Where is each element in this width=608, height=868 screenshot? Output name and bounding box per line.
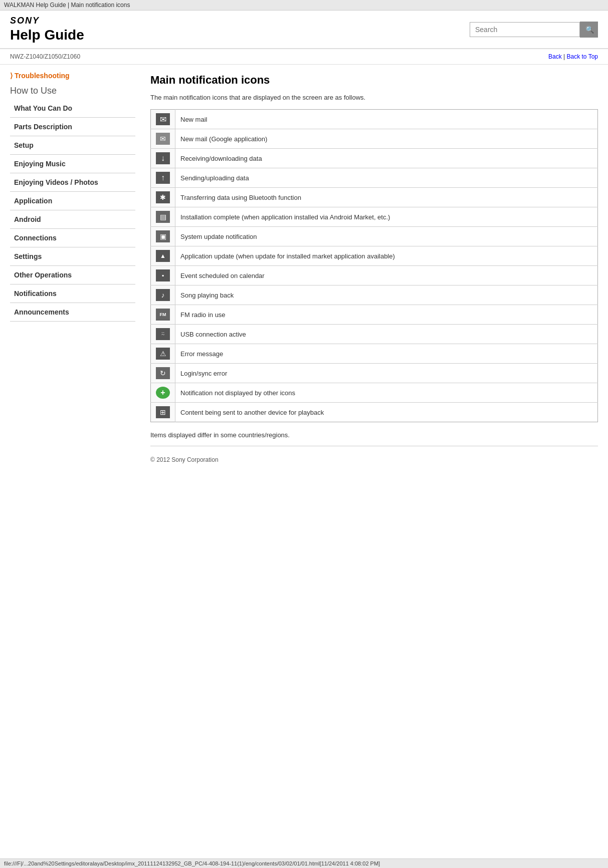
sidebar-link-parts-description[interactable]: Parts Description bbox=[10, 118, 135, 136]
table-row: Installation complete (when application … bbox=[151, 207, 598, 227]
sidebar-item-announcements[interactable]: Announcements bbox=[10, 303, 135, 322]
content-area: Main notification icons The main notific… bbox=[140, 70, 598, 463]
search-button[interactable]: 🔍 bbox=[580, 22, 598, 38]
icon-cell bbox=[151, 149, 175, 168]
icon-calendar-icon bbox=[156, 269, 170, 281]
icon-app-update-icon bbox=[156, 250, 170, 262]
nav-links: Back | Back to Top bbox=[548, 53, 598, 60]
sidebar-link-announcements[interactable]: Announcements bbox=[10, 303, 135, 321]
icon-cell bbox=[151, 110, 175, 129]
sidebar-item-application[interactable]: Application bbox=[10, 192, 135, 210]
sidebar-item-parts-description[interactable]: Parts Description bbox=[10, 118, 135, 136]
icon-description: Installation complete (when application … bbox=[175, 207, 598, 227]
sidebar-link-setup[interactable]: Setup bbox=[10, 136, 135, 154]
sidebar-item-android[interactable]: Android bbox=[10, 210, 135, 229]
icon-download-icon bbox=[156, 152, 170, 164]
sidebar-item-setup[interactable]: Setup bbox=[10, 136, 135, 155]
icon-install-icon bbox=[156, 211, 170, 223]
sidebar-link-application[interactable]: Application bbox=[10, 192, 135, 210]
sidebar-link-notifications[interactable]: Notifications bbox=[10, 284, 135, 303]
sony-logo: SONY bbox=[10, 16, 84, 26]
header: SONY Help Guide 🔍 bbox=[0, 11, 608, 49]
icon-bluetooth-icon bbox=[156, 191, 170, 203]
sidebar-item-enjoying-videos-photos[interactable]: Enjoying Videos / Photos bbox=[10, 173, 135, 192]
table-row: Application update (when update for inst… bbox=[151, 246, 598, 266]
icon-usb-icon bbox=[156, 328, 170, 340]
icon-description: New mail (Google application) bbox=[175, 129, 598, 149]
table-row: Sending/uploading data bbox=[151, 168, 598, 188]
chevron-right-icon: ⟩ bbox=[10, 72, 13, 80]
icon-cell bbox=[151, 188, 175, 207]
icon-mail-icon bbox=[156, 113, 170, 125]
back-to-top-link[interactable]: Back to Top bbox=[567, 53, 598, 60]
sidebar-item-notifications[interactable]: Notifications bbox=[10, 284, 135, 303]
icon-description: New mail bbox=[175, 110, 598, 129]
icon-description: USB connection active bbox=[175, 325, 598, 344]
icon-cell bbox=[151, 364, 175, 383]
icon-sync-error-icon bbox=[156, 367, 170, 379]
icon-error-icon bbox=[156, 348, 170, 360]
copyright: © 2012 Sony Corporation bbox=[150, 456, 598, 463]
sidebar-link-connections[interactable]: Connections bbox=[10, 229, 135, 247]
sidebar-item-settings[interactable]: Settings bbox=[10, 247, 135, 266]
browser-title: WALKMAN Help Guide | Main notification i… bbox=[4, 2, 130, 9]
icon-description: Notification not displayed by other icon… bbox=[175, 383, 598, 403]
icon-mail-google-icon bbox=[156, 133, 170, 145]
table-row: Event scheduled on calendar bbox=[151, 266, 598, 285]
header-search: 🔍 bbox=[470, 22, 598, 38]
table-row: Error message bbox=[151, 344, 598, 364]
back-link[interactable]: Back bbox=[548, 53, 562, 60]
table-row: USB connection active bbox=[151, 325, 598, 344]
table-row: New mail bbox=[151, 110, 598, 129]
page-title: Main notification icons bbox=[150, 74, 598, 87]
troubleshooting-link[interactable]: Troubleshooting bbox=[15, 72, 70, 80]
search-input[interactable] bbox=[470, 22, 580, 37]
sidebar-link-enjoying-videos-photos[interactable]: Enjoying Videos / Photos bbox=[10, 173, 135, 191]
sidebar-link-enjoying-music[interactable]: Enjoying Music bbox=[10, 155, 135, 173]
icon-description: Sending/uploading data bbox=[175, 168, 598, 188]
main-layout: ⟩ Troubleshooting How to Use What You Ca… bbox=[0, 65, 608, 468]
help-guide-title: Help Guide bbox=[10, 27, 84, 43]
sidebar-link-other-operations[interactable]: Other Operations bbox=[10, 266, 135, 284]
icon-description: Receiving/downloading data bbox=[175, 149, 598, 168]
table-row: System update notification bbox=[151, 227, 598, 246]
table-row: Content being sent to another device for… bbox=[151, 403, 598, 422]
icon-cell bbox=[151, 344, 175, 364]
notification-table: New mailNew mail (Google application)Rec… bbox=[150, 109, 598, 422]
icon-cell bbox=[151, 168, 175, 188]
icon-description: Content being sent to another device for… bbox=[175, 403, 598, 422]
table-row: Receiving/downloading data bbox=[151, 149, 598, 168]
sidebar: ⟩ Troubleshooting How to Use What You Ca… bbox=[10, 70, 140, 463]
table-row: Login/sync error bbox=[151, 364, 598, 383]
icon-description: Error message bbox=[175, 344, 598, 364]
sidebar-item-other-operations[interactable]: Other Operations bbox=[10, 266, 135, 284]
icon-cell bbox=[151, 129, 175, 149]
icon-description: Transferring data using Bluetooth functi… bbox=[175, 188, 598, 207]
device-model: NWZ-Z1040/Z1050/Z1060 bbox=[10, 53, 80, 60]
sidebar-nav: What You Can Do Parts Description Setup … bbox=[10, 99, 135, 322]
icon-notif-plus-icon bbox=[156, 387, 170, 399]
icon-system-icon bbox=[156, 230, 170, 242]
sidebar-link-settings[interactable]: Settings bbox=[10, 247, 135, 265]
table-row: New mail (Google application) bbox=[151, 129, 598, 149]
sub-header: NWZ-Z1040/Z1050/Z1060 Back | Back to Top bbox=[0, 49, 608, 65]
sidebar-link-android[interactable]: Android bbox=[10, 210, 135, 228]
icon-upload-icon bbox=[156, 172, 170, 184]
sidebar-item-connections[interactable]: Connections bbox=[10, 229, 135, 247]
footer-note: Items displayed differ in some countries… bbox=[150, 431, 598, 439]
sidebar-troubleshooting: ⟩ Troubleshooting bbox=[10, 72, 135, 80]
browser-title-bar: WALKMAN Help Guide | Main notification i… bbox=[0, 0, 608, 11]
icon-cell bbox=[151, 325, 175, 344]
icon-description: Application update (when update for inst… bbox=[175, 246, 598, 266]
icon-description: Event scheduled on calendar bbox=[175, 266, 598, 285]
icon-cell bbox=[151, 207, 175, 227]
icon-cell bbox=[151, 305, 175, 325]
icon-description: System update notification bbox=[175, 227, 598, 246]
sidebar-item-enjoying-music[interactable]: Enjoying Music bbox=[10, 155, 135, 173]
table-row: Notification not displayed by other icon… bbox=[151, 383, 598, 403]
icon-music-icon bbox=[156, 289, 170, 301]
table-row: FM radio in use bbox=[151, 305, 598, 325]
sidebar-link-what-you-can-do[interactable]: What You Can Do bbox=[10, 99, 135, 117]
sidebar-item-what-you-can-do[interactable]: What You Can Do bbox=[10, 99, 135, 118]
intro-text: The main notification icons that are dis… bbox=[150, 94, 598, 101]
